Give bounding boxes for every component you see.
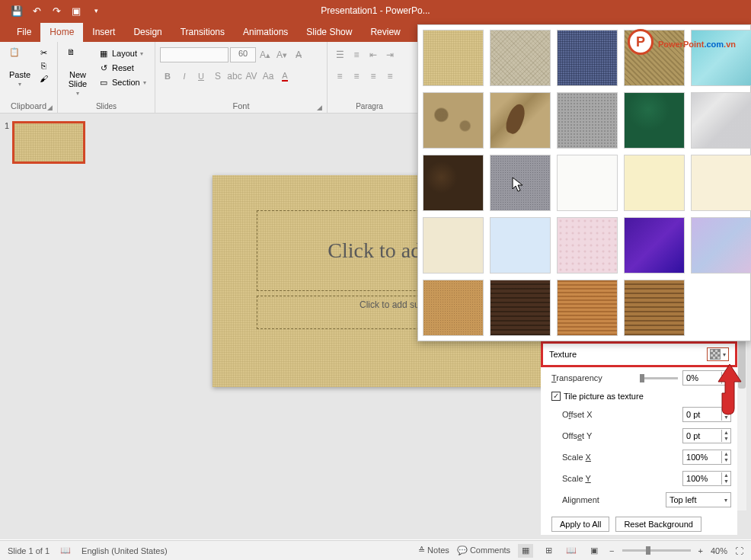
qat-customize-icon[interactable]: ▾ [90,5,102,17]
shadow-icon[interactable]: abc [227,69,242,84]
tab-slideshow[interactable]: Slide Show [297,23,361,42]
zoom-out-icon[interactable]: − [609,546,614,555]
paste-button[interactable]: 📋 Paste ▾ [5,44,35,88]
tab-design[interactable]: Design [124,23,171,42]
texture-blue-tissue[interactable] [490,217,551,274]
undo-icon[interactable]: ↶ [30,5,43,17]
texture-canvas[interactable] [490,30,551,86]
texture-sand[interactable] [557,92,618,149]
texture-paper-bag[interactable] [423,92,484,149]
texture-oak[interactable] [557,280,618,336]
clear-format-icon[interactable]: A̶ [291,47,306,62]
fit-to-window-icon[interactable]: ⛶ [735,546,743,555]
font-color-icon[interactable]: A [277,69,292,84]
tab-transitions[interactable]: Transitions [171,23,234,42]
comments-button[interactable]: 💬 Comments [457,546,510,555]
group-slides-label: Slides [62,102,150,111]
normal-view-icon[interactable]: ▦ [518,544,533,558]
align-right-icon[interactable]: ≡ [366,69,381,84]
texture-brown-marble[interactable] [423,155,484,211]
tab-animations[interactable]: Animations [234,23,297,42]
new-slide-button[interactable]: 🗎 New Slide ▾ [62,44,93,97]
slide-counter: Slide 1 of 1 [8,546,50,555]
apply-to-all-button[interactable]: Apply to All [551,517,609,532]
texture-recycled-paper[interactable] [624,155,685,211]
transparency-label: Transparency [551,373,602,382]
font-size-combo[interactable]: 60 [230,47,256,62]
scale-y-spinner[interactable]: 100%▲▼ [682,471,731,486]
texture-papyrus[interactable] [423,30,484,86]
texture-parchment[interactable] [691,155,751,211]
texture-denim[interactable] [557,30,618,86]
font-name-combo[interactable] [160,47,228,62]
offset-y-spinner[interactable]: 0 pt▲▼ [682,428,731,443]
decrease-indent-icon[interactable]: ⇤ [366,47,381,62]
justify-icon[interactable]: ≡ [382,69,398,84]
watermark-logo: P PowerPoint.com.vn [628,29,736,55]
zoom-level[interactable]: 40% [711,546,727,555]
copy-icon[interactable]: ⎘ [38,60,49,71]
scale-x-spinner[interactable]: 100%▲▼ [682,450,731,465]
texture-newsprint[interactable] [557,155,618,211]
reset-background-button[interactable]: Reset Background [615,517,701,532]
texture-pink-tissue[interactable] [557,217,618,274]
layout-button[interactable]: ▦Layout▾ [96,47,149,59]
underline-icon[interactable]: U [193,69,209,84]
format-painter-icon[interactable]: 🖌 [38,73,49,84]
save-icon[interactable]: 💾 [11,5,23,17]
texture-medium-wood[interactable] [624,280,685,336]
slide-sorter-icon[interactable]: ⊞ [541,544,556,558]
texture-granite[interactable] [490,155,551,211]
zoom-in-icon[interactable]: + [698,546,703,555]
texture-swatch-icon [710,349,721,360]
reset-icon: ↺ [98,62,109,73]
alignment-select[interactable]: Top left▾ [666,492,731,507]
texture-purple-mesh[interactable] [624,217,685,274]
increase-indent-icon[interactable]: ⇥ [382,47,398,62]
texture-walnut[interactable] [490,280,551,336]
texture-fish-fossil[interactable] [490,92,551,149]
language-indicator[interactable]: English (United States) [81,546,168,555]
texture-dropdown-button[interactable]: ▾ [707,347,729,361]
shrink-font-icon[interactable]: A▾ [274,47,289,62]
numbering-icon[interactable]: ≡ [349,47,364,62]
char-spacing-icon[interactable]: AV [244,69,259,84]
grow-font-icon[interactable]: A▴ [257,47,273,62]
texture-cork[interactable] [423,280,484,336]
slideshow-view-icon[interactable]: ▣ [586,544,602,558]
font-dialog-launcher-icon[interactable]: ◢ [317,104,322,111]
slide-thumbnails-pane[interactable]: 1 [0,114,101,539]
italic-icon[interactable]: I [177,69,192,84]
redo-icon[interactable]: ↷ [50,5,62,17]
texture-bouquet[interactable] [691,217,751,274]
texture-stationery[interactable] [423,217,484,274]
clipboard-dialog-launcher-icon[interactable]: ◢ [47,104,53,111]
tab-insert[interactable]: Insert [83,23,124,42]
reading-view-icon[interactable]: 📖 [564,544,579,558]
notes-button[interactable]: ≙ Notes [418,546,449,555]
start-from-beginning-icon[interactable]: ▣ [70,5,82,17]
tile-checkbox[interactable]: ✓ Tile picture as texture [541,389,737,404]
section-button[interactable]: ▭Section▾ [96,76,149,88]
cut-icon[interactable]: ✂ [38,47,49,58]
tab-review[interactable]: Review [361,23,409,42]
slide-thumbnail[interactable] [12,121,85,164]
spell-check-icon[interactable]: 📖 [60,546,71,555]
texture-green-marble[interactable] [624,92,685,149]
section-icon: ▭ [98,77,109,88]
texture-white-marble[interactable] [691,92,751,149]
group-clipboard-label: Clipboard [11,101,46,110]
reset-button[interactable]: ↺Reset [96,62,149,74]
bold-icon[interactable]: B [160,69,175,84]
clipboard-icon: 📋 [9,47,30,69]
align-left-icon[interactable]: ≡ [332,69,347,84]
tab-home[interactable]: Home [40,23,83,42]
zoom-slider[interactable] [622,549,691,552]
change-case-icon[interactable]: Aa [260,69,276,84]
bullets-icon[interactable]: ☰ [332,47,347,62]
strikethrough-icon[interactable]: S [210,69,225,84]
scale-y-label: Scale Y [562,474,591,483]
align-center-icon[interactable]: ≡ [349,69,364,84]
transparency-slider[interactable] [640,377,678,379]
tab-file[interactable]: File [8,23,40,42]
